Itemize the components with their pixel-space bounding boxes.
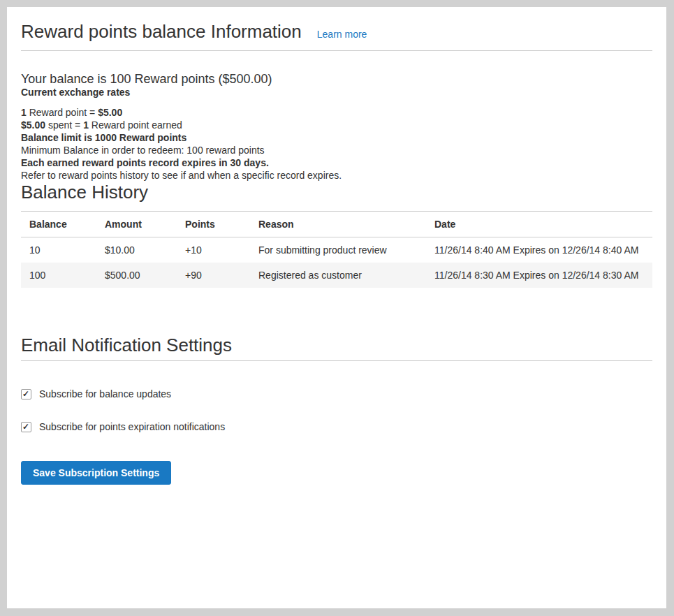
page-title: Reward points balance Information	[21, 22, 302, 41]
cell-amount: $500.00	[98, 263, 178, 288]
cell-points: +90	[178, 263, 251, 288]
column-header-amount: Amount	[98, 212, 178, 237]
learn-more-link[interactable]: Learn more	[317, 29, 367, 40]
reward-points-panel: Reward points balance Information Learn …	[7, 7, 666, 608]
table-row: 10 $10.00 +10 For submitting product rev…	[21, 237, 652, 263]
cell-balance: 10	[21, 237, 98, 263]
rate2-text: spent =	[45, 119, 83, 131]
rate1-points-value: 1	[21, 107, 27, 118]
exchange-rate-lines: 1 Reward point = $5.00 $5.00 spent = 1 R…	[21, 106, 652, 131]
subscribe-balance-updates-option[interactable]: Subscribe for balance updates	[21, 388, 652, 399]
balance-history-table: Balance Amount Points Reason Date 10 $10…	[21, 211, 652, 288]
table-row: 100 $500.00 +90 Registered as customer 1…	[21, 263, 652, 288]
cell-reason: Registered as customer	[251, 263, 427, 288]
expiry-note-text: Refer to reward points history to see if…	[21, 169, 652, 182]
expiration-notifications-label: Subscribe for points expiration notifica…	[39, 421, 225, 432]
balance-limit-text: Balance limit is 1000 Reward points	[21, 131, 652, 144]
balance-history-heading: Balance History	[21, 182, 652, 203]
email-settings-heading: Email Notification Settings	[21, 335, 652, 355]
table-header-row: Balance Amount Points Reason Date	[21, 212, 652, 237]
balance-updates-label: Subscribe for balance updates	[39, 388, 171, 399]
expiration-notifications-checkbox[interactable]	[21, 422, 31, 432]
rate2-text-2: Reward point earned	[89, 119, 182, 131]
column-header-date: Date	[427, 212, 652, 237]
expiry-rule-text: Each earned reward points record expires…	[21, 156, 652, 169]
table-header: Balance Amount Points Reason Date	[21, 212, 652, 237]
save-subscription-settings-button[interactable]: Save Subscription Settings	[21, 461, 171, 485]
exchange-rates-heading: Current exchange rates	[21, 86, 652, 98]
email-settings-heading-row: Email Notification Settings	[21, 335, 652, 361]
cell-balance: 100	[21, 263, 98, 288]
cell-points: +10	[178, 237, 251, 263]
minimum-balance-text: Minimum Balance in order to redeem: 100 …	[21, 144, 652, 156]
rate2-points-value: 1	[83, 119, 89, 131]
cell-date: 11/26/14 8:30 AM Expires on 12/26/14 8:3…	[427, 263, 652, 288]
table-body: 10 $10.00 +10 For submitting product rev…	[21, 237, 652, 288]
column-header-reason: Reason	[251, 212, 427, 237]
column-header-points: Points	[178, 212, 251, 237]
rate1-amount-value: $5.00	[98, 107, 122, 118]
exchange-rate-line-2: $5.00 spent = 1 Reward point earned	[21, 119, 652, 131]
actions-row: Save Subscription Settings	[21, 432, 652, 485]
page-title-row: Reward points balance Information Learn …	[21, 7, 652, 51]
balance-updates-checkbox[interactable]	[21, 389, 31, 399]
subscribe-expiration-notifications-option[interactable]: Subscribe for points expiration notifica…	[21, 421, 652, 432]
cell-date: 11/26/14 8:40 AM Expires on 12/26/14 8:4…	[427, 237, 652, 263]
cell-reason: For submitting product review	[251, 237, 427, 263]
cell-amount: $10.00	[98, 237, 178, 263]
column-header-balance: Balance	[21, 212, 98, 237]
exchange-rate-line-1: 1 Reward point = $5.00	[21, 106, 652, 119]
rate1-text: Reward point =	[27, 107, 98, 118]
rate2-amount-value: $5.00	[21, 119, 45, 131]
reward-info-block: Current exchange rates 1 Reward point = …	[21, 86, 652, 182]
balance-summary: Your balance is 100 Reward points ($500.…	[21, 72, 652, 86]
